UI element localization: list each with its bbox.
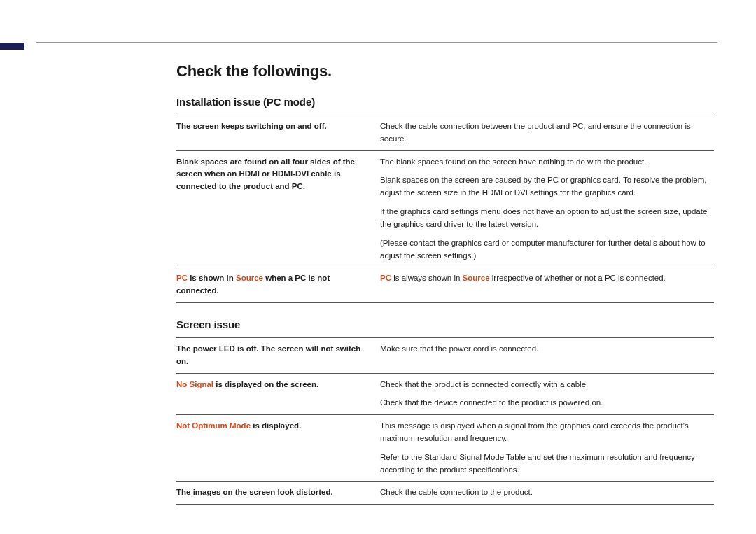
table-row: Blank spaces are found on all four sides… [176,150,714,267]
solution-paragraph: (Please contact the graphics card or com… [380,237,708,262]
installation-issue-table: The screen keeps switching on and off. C… [176,115,714,303]
solution-paragraph: If the graphics card settings menu does … [380,206,708,231]
main-content: Check the followings. Installation issue… [176,62,714,505]
solution-paragraph: Refer to the Standard Signal Mode Table … [380,451,708,477]
top-horizontal-rule [36,42,718,43]
solution-paragraph: Check that the device connected to the p… [380,397,708,409]
table-row: The screen keeps switching on and off. C… [176,115,714,151]
highlight-term: Source [463,274,490,282]
table-row: The power LED is off. The screen will no… [176,337,714,373]
symptom-text: is shown in [188,274,236,282]
symptom-cell: The images on the screen look distorted. [176,482,380,505]
highlight-term: No Signal [176,380,214,388]
solution-paragraph: Check that the product is connected corr… [380,379,708,391]
highlight-term: Not Optimum Mode [176,421,251,430]
symptom-cell: PC is shown in Source when a PC is not c… [176,267,380,303]
solution-cell: Check that the product is connected corr… [380,373,714,415]
chapter-side-bar [0,43,24,50]
symptom-text: is displayed. [251,421,301,430]
solution-cell: Check the cable connection to the produc… [380,482,714,505]
solution-text: irrespective of whether or not a PC is c… [490,274,666,282]
solution-cell: PC is always shown in Source irrespectiv… [380,267,714,303]
symptom-cell: The screen keeps switching on and off. [176,115,380,151]
section-heading-installation: Installation issue (PC mode) [176,96,714,108]
table-row: The images on the screen look distorted.… [176,482,714,505]
screen-issue-table: The power LED is off. The screen will no… [176,337,714,505]
symptom-cell: Not Optimum Mode is displayed. [176,415,380,482]
document-page: Check the followings. Installation issue… [0,0,756,534]
table-row: No Signal is displayed on the screen. Ch… [176,373,714,415]
table-row: PC is shown in Source when a PC is not c… [176,267,714,303]
section-heading-screen: Screen issue [176,318,714,330]
solution-paragraph: This message is displayed when a signal … [380,420,708,445]
symptom-text: is displayed on the screen. [214,380,318,388]
symptom-cell: The power LED is off. The screen will no… [176,337,380,373]
table-row: Not Optimum Mode is displayed. This mess… [176,415,714,482]
symptom-cell: No Signal is displayed on the screen. [176,373,380,415]
highlight-term: PC [176,274,188,282]
highlight-term: Source [236,274,263,282]
solution-text: is always shown in [391,274,463,282]
page-title: Check the followings. [176,62,714,80]
solution-cell: The blank spaces found on the screen hav… [380,150,714,267]
solution-paragraph: Blank spaces on the screen are caused by… [380,174,708,199]
symptom-cell: Blank spaces are found on all four sides… [176,150,380,267]
highlight-term: PC [380,274,391,282]
solution-cell: Check the cable connection between the p… [380,115,714,151]
solution-cell: Make sure that the power cord is connect… [380,337,714,373]
solution-paragraph: The blank spaces found on the screen hav… [380,156,708,169]
solution-cell: This message is displayed when a signal … [380,415,714,482]
